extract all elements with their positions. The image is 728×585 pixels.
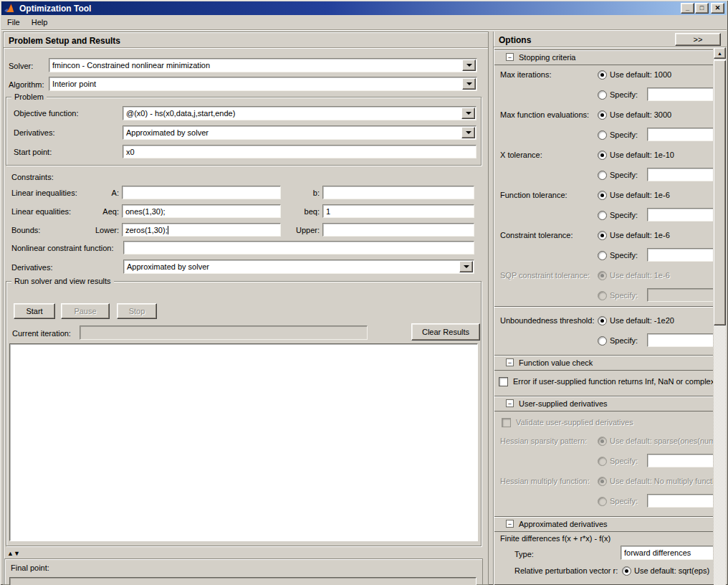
error-check-checkbox[interactable] [499, 377, 508, 386]
final-point-group: Final point: [4, 558, 483, 585]
minimize-button[interactable]: _ [681, 3, 694, 14]
objective-dropdown-arrow-icon[interactable] [461, 108, 475, 119]
section-function-value-check[interactable]: − Function value check [494, 356, 713, 371]
specify-radio[interactable] [598, 130, 607, 140]
algorithm-dropdown-arrow-icon[interactable] [462, 78, 476, 90]
algorithm-label: Algorithm: [9, 80, 44, 89]
panel-splitter[interactable]: ▲▼ [7, 548, 480, 558]
splitter-up-icon[interactable]: ▲ [7, 550, 14, 557]
algorithm-combobox[interactable]: Interior point [49, 77, 477, 91]
collapse-icon[interactable]: − [506, 399, 514, 407]
b-input[interactable] [322, 186, 474, 199]
scrollbar-thumb[interactable] [714, 60, 726, 325]
solver-value: fmincon - Constrained nonlinear minimiza… [52, 61, 210, 70]
option-row-specify: Specify: [494, 455, 713, 467]
section-stopping-criteria[interactable]: − Stopping criteria [494, 50, 713, 65]
scrollbar-up-icon[interactable]: ▲ [714, 47, 726, 59]
option-row-specify: Specify: [494, 169, 713, 181]
validate-derivatives-row: Validate user-supplied derivatives [494, 417, 713, 429]
option-row-specify: Specify: [494, 495, 713, 508]
use-default-radio[interactable] [622, 566, 631, 576]
start-button[interactable]: Start [14, 303, 55, 319]
start-point-value: x0 [126, 148, 135, 156]
menu-file[interactable]: File [1, 16, 26, 28]
final-point-table[interactable] [9, 577, 476, 585]
results-pane[interactable] [9, 343, 478, 541]
option-row: Unboundedness threshold: Use default: -1… [494, 315, 713, 327]
derivatives-dropdown-arrow-icon[interactable] [461, 127, 475, 138]
use-default-radio [598, 271, 607, 280]
constraint-derivatives-label: Derivatives: [11, 263, 52, 272]
specify-radio[interactable] [598, 251, 607, 260]
specify-input[interactable] [647, 168, 713, 181]
matlab-logo-icon [4, 3, 16, 14]
use-default-radio[interactable] [598, 191, 607, 200]
pause-button: Pause [61, 303, 110, 319]
aeq-label: Aeq: [76, 207, 119, 216]
specify-input [647, 288, 713, 302]
use-default-radio[interactable] [598, 231, 607, 240]
use-default-radio [598, 437, 607, 446]
option-row-specify: Specify: [494, 89, 713, 101]
problem-group: Problem Objective function: @(x0) - hs(x… [6, 97, 482, 166]
options-scroll-area: − Stopping criteria Max iterations: Use … [494, 47, 713, 585]
a-input[interactable] [122, 186, 281, 199]
stop-button: Stop [117, 303, 157, 319]
specify-input[interactable] [647, 248, 713, 262]
fd-type-combobox[interactable]: forward differences [621, 546, 713, 560]
specify-radio[interactable] [598, 336, 607, 346]
specify-input [647, 494, 713, 508]
solver-dropdown-arrow-icon[interactable] [462, 60, 476, 71]
section-user-supplied-derivatives[interactable]: − User-supplied derivatives [494, 396, 713, 412]
specify-radio [598, 291, 607, 300]
option-row: Max function evaluations: Use default: 3… [494, 109, 713, 121]
error-check-row: Error if user-supplied function returns … [494, 376, 713, 388]
algorithm-value: Interior point [52, 80, 96, 88]
nonlinear-constraint-input[interactable] [123, 241, 474, 255]
specify-input[interactable] [647, 128, 713, 141]
lower-bound-input[interactable]: zeros(1,30); [122, 223, 281, 237]
menu-help[interactable]: Help [26, 16, 54, 28]
collapse-icon[interactable]: − [506, 520, 514, 528]
options-scrollbar[interactable]: ▲ [714, 47, 726, 585]
objective-function-combobox[interactable]: @(x0) - hs(x0,data,j,start,ende) [123, 106, 476, 120]
solver-combobox[interactable]: fmincon - Constrained nonlinear minimiza… [49, 58, 477, 72]
beq-input[interactable]: 1 [322, 204, 474, 218]
use-default-radio[interactable] [598, 151, 607, 160]
clear-results-button[interactable]: Clear Results [411, 323, 480, 341]
option-row-specify: Specify: [494, 335, 713, 347]
specify-radio[interactable] [598, 171, 607, 180]
splitter-down-icon[interactable]: ▼ [14, 550, 20, 557]
use-default-radio[interactable] [598, 316, 607, 325]
section-approximated-derivatives[interactable]: − Approximated derivatives [494, 517, 713, 532]
close-button[interactable]: ✕ [711, 3, 724, 14]
a-label: A: [76, 189, 119, 197]
b-label: b: [284, 189, 320, 197]
specify-radio [598, 457, 607, 466]
specify-input[interactable] [647, 208, 713, 222]
specify-input[interactable] [647, 87, 713, 101]
maximize-icon: □ [700, 4, 704, 11]
use-default-radio[interactable] [598, 70, 607, 80]
constraint-derivatives-combobox[interactable]: Approximated by solver [123, 260, 474, 274]
maximize-button[interactable]: □ [695, 3, 709, 14]
derivatives-combobox[interactable]: Approximated by solver [123, 125, 476, 140]
option-row: Function tolerance: Use default: 1e-6 [494, 189, 713, 201]
aeq-input[interactable]: ones(1,30); [122, 204, 281, 218]
constraint-derivatives-dropdown-arrow-icon[interactable] [459, 261, 473, 272]
specify-radio [598, 497, 607, 506]
option-row: Hessian multiply function: Use default: … [494, 475, 713, 488]
use-default-radio[interactable] [598, 110, 607, 120]
specify-radio[interactable] [598, 90, 607, 100]
collapse-icon[interactable]: − [506, 53, 514, 61]
specify-radio[interactable] [598, 211, 607, 220]
title-bar: Optimization Tool [1, 1, 727, 15]
upper-bound-input[interactable] [322, 223, 474, 237]
beq-label: beq: [284, 207, 320, 216]
collapse-icon[interactable]: − [506, 358, 514, 366]
objective-function-label: Objective function: [14, 109, 79, 118]
options-expand-button[interactable]: >> [675, 33, 721, 46]
specify-input[interactable] [647, 333, 713, 347]
fd-type-label: Type: [514, 550, 534, 558]
start-point-input[interactable]: x0 [123, 145, 476, 158]
